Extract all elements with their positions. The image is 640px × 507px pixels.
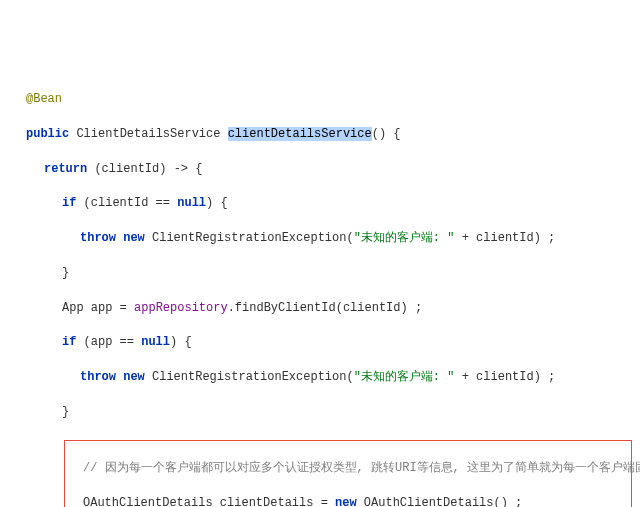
findByClientId-call: .findByClientId(clientId) ; (228, 301, 422, 315)
keyword-new: new (335, 496, 357, 507)
code-block: @Bean public ClientDetailsService client… (8, 74, 632, 507)
throw2-end: + clientId) ; (454, 370, 555, 384)
code-comment: // 因为每一个客户端都可以对应多个认证授权类型, 跳转URI等信息, 这里为了… (83, 461, 640, 475)
keyword-null: null (141, 335, 170, 349)
keyword-throw-new: throw new (80, 370, 145, 384)
string-literal: "未知的客户端: " (354, 370, 455, 384)
type-oauth: OAuthClientDetails (83, 496, 213, 507)
if1-cond-a: (clientId == (76, 196, 177, 210)
exception-type: ClientRegistrationException( (145, 370, 354, 384)
if2-cond-a: (app == (76, 335, 141, 349)
type-app: App (62, 301, 84, 315)
keyword-public: public (26, 127, 69, 141)
sig-after: () { (372, 127, 401, 141)
exception-type: ClientRegistrationException( (145, 231, 354, 245)
keyword-null: null (177, 196, 206, 210)
highlighted-code-box: // 因为每一个客户端都可以对应多个认证授权类型, 跳转URI等信息, 这里为了… (64, 440, 632, 507)
method-name: clientDetailsService (228, 127, 372, 141)
close-brace: } (62, 405, 69, 419)
throw1-end: + clientId) ; (454, 231, 555, 245)
if1-cond-b: ) { (206, 196, 228, 210)
if2-cond-b: ) { (170, 335, 192, 349)
field-appRepository: appRepository (134, 301, 228, 315)
close-brace: } (62, 266, 69, 280)
keyword-return: return (44, 162, 87, 176)
keyword-if: if (62, 196, 76, 210)
keyword-if: if (62, 335, 76, 349)
string-literal: "未知的客户端: " (354, 231, 455, 245)
text: OAuthClientDetails() ; (357, 496, 523, 507)
lambda-start: (clientId) -> { (87, 162, 202, 176)
keyword-throw-new: throw new (80, 231, 145, 245)
app-assign: app = (84, 301, 134, 315)
annotation: @Bean (26, 92, 62, 106)
text: clientDetails = (213, 496, 335, 507)
return-type: ClientDetailsService (76, 127, 220, 141)
